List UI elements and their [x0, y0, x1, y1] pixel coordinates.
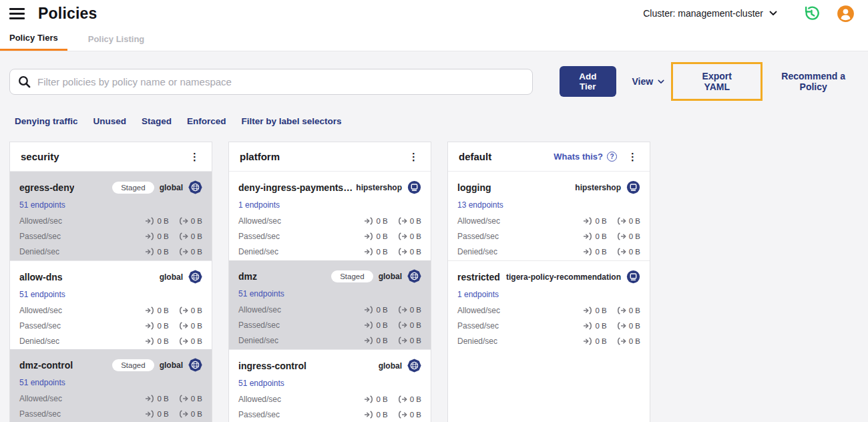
tier-menu-kebab-icon[interactable]: ⋮ [406, 150, 421, 163]
tab-policy-listing[interactable]: Policy Listing [88, 27, 145, 51]
stat-bytes: 0 B [376, 337, 387, 345]
ingress-traffic-icon [583, 248, 592, 256]
globe-icon [188, 270, 202, 284]
stat-label: Allowed/sec [19, 306, 62, 315]
filter-by-label-selectors[interactable]: Filter by label selectors [242, 116, 342, 126]
endpoints-link[interactable]: 51 endpoints [238, 289, 284, 298]
stat-label: Denied/sec [238, 247, 278, 256]
policy-card[interactable]: restrictedtigera-policy-recommendation 1… [448, 260, 650, 349]
hamburger-menu-icon[interactable] [9, 8, 25, 19]
egress-traffic-icon [617, 322, 626, 330]
stat-bytes: 0 B [376, 232, 387, 240]
policy-card[interactable]: dmzStagedglobal 51 endpointsAllowed/sec … [229, 260, 431, 349]
endpoints-link[interactable]: 51 endpoints [238, 379, 284, 388]
egress-traffic-icon [617, 217, 626, 225]
stat-bytes: 0 B [157, 217, 168, 225]
egress-traffic-icon [398, 306, 407, 314]
endpoints-link[interactable]: 1 endpoints [238, 200, 280, 210]
policy-scope-label: hipstershop [356, 183, 402, 192]
filter-unused[interactable]: Unused [93, 116, 127, 126]
cluster-selector[interactable]: Cluster: management-cluster [643, 8, 777, 19]
filter-denying-traffic[interactable]: Denying traffic [15, 116, 78, 126]
whats-this-link[interactable]: Whats this? ? [554, 152, 617, 162]
stat-value: 0 B [145, 232, 168, 240]
endpoints-link[interactable]: 51 endpoints [19, 290, 65, 299]
traffic-stat-row: Allowed/sec 0 B 0 B [457, 216, 640, 226]
help-question-icon: ? [607, 152, 617, 162]
ingress-traffic-icon [364, 248, 373, 256]
stat-bytes: 0 B [157, 322, 168, 330]
stat-label: Denied/sec [19, 247, 59, 256]
history-icon[interactable] [803, 5, 821, 23]
stat-bytes: 0 B [191, 322, 202, 330]
traffic-stats: Allowed/sec 0 B 0 BPassed/sec 0 B 0 BDen… [19, 216, 202, 256]
traffic-stats: Allowed/sec 0 B 0 BPassed/sec 0 B 0 BDen… [19, 306, 202, 346]
policy-card[interactable]: ingress-controlglobal 51 endpointsAllowe… [229, 349, 431, 422]
tier-menu-kebab-icon[interactable]: ⋮ [187, 150, 202, 163]
stat-value: 0 B [398, 411, 421, 419]
ingress-traffic-icon [364, 411, 373, 419]
stat-label: Allowed/sec [457, 216, 500, 226]
stat-value: 0 B [179, 395, 202, 403]
policy-card[interactable]: allow-dnsglobal 51 endpointsAllowed/sec … [10, 260, 212, 349]
stat-value: 0 B [398, 232, 421, 240]
tier-header: platform ⋮ [229, 142, 431, 172]
endpoints-link[interactable]: 13 endpoints [457, 200, 503, 210]
add-tier-button[interactable]: Add Tier [560, 66, 616, 97]
stat-label: Passed/sec [457, 232, 499, 241]
traffic-stat-row: Passed/sec 0 B 0 B [19, 409, 202, 419]
view-dropdown-button[interactable]: View [632, 76, 665, 87]
ingress-traffic-icon [364, 395, 373, 403]
stat-label: Allowed/sec [19, 216, 62, 226]
stat-value: 0 B [179, 306, 202, 314]
tier-columns: security ⋮ egress-denyStagedglobal 51 en… [9, 142, 859, 422]
egress-traffic-icon [398, 232, 407, 240]
stat-value: 0 B [364, 217, 387, 225]
stat-value: 0 B [179, 232, 202, 240]
tier-menu-kebab-icon[interactable]: ⋮ [625, 150, 640, 163]
tab-policy-tiers[interactable]: Policy Tiers [0, 27, 67, 51]
stat-bytes: 0 B [191, 232, 202, 240]
policy-card[interactable]: egress-denyStagedglobal 51 endpointsAllo… [10, 172, 212, 260]
stat-bytes: 0 B [595, 322, 606, 330]
recommend-policy-button[interactable]: Recommend a Policy [768, 71, 859, 92]
filter-staged[interactable]: Staged [142, 116, 172, 126]
egress-traffic-icon [398, 395, 407, 403]
policy-scope-label: tigera-policy-recommendation [506, 272, 621, 282]
stat-bytes: 0 B [595, 337, 606, 345]
stat-value: 0 B [398, 337, 421, 345]
user-avatar-icon[interactable] [837, 5, 855, 23]
traffic-stat-row: Denied/sec 0 B 0 B [238, 336, 421, 345]
stat-value: 0 B [617, 217, 640, 225]
ingress-traffic-icon [145, 217, 154, 225]
ingress-traffic-icon [583, 322, 592, 330]
filter-enforced[interactable]: Enforced [187, 116, 226, 126]
stat-value: 0 B [398, 321, 421, 329]
egress-traffic-icon [179, 410, 188, 418]
search-input[interactable] [37, 76, 524, 87]
stat-label: Denied/sec [457, 247, 497, 256]
endpoints-link[interactable]: 51 endpoints [19, 200, 65, 210]
stat-label: Allowed/sec [238, 395, 281, 404]
traffic-stats: Allowed/sec 0 B 0 BPassed/sec 0 B 0 BDen… [19, 394, 202, 422]
traffic-stats: Allowed/sec 0 B 0 BPassed/sec 0 B 0 BDen… [457, 216, 640, 256]
stat-label: Passed/sec [19, 409, 61, 419]
endpoints-link[interactable]: 51 endpoints [19, 378, 65, 387]
stat-bytes: 0 B [629, 306, 640, 314]
traffic-stat-row: Passed/sec 0 B 0 B [457, 232, 640, 241]
tier-policy-list: egress-denyStagedglobal 51 endpointsAllo… [10, 172, 212, 422]
policy-card[interactable]: logginghipstershop 13 endpointsAllowed/s… [448, 172, 650, 260]
ingress-traffic-icon [145, 395, 154, 403]
export-yaml-button[interactable]: Export YAML [689, 71, 744, 92]
policy-card[interactable]: dmz-controlStagedglobal 51 endpointsAllo… [10, 349, 212, 422]
stat-value: 0 B [179, 410, 202, 418]
staged-badge: Staged [331, 270, 373, 282]
tier-header: default Whats this? ? ⋮ [448, 142, 650, 172]
policy-filter-searchbox[interactable] [9, 69, 533, 95]
policy-card[interactable]: deny-ingress-paymentservi...hipstershop … [229, 172, 431, 260]
traffic-stats: Allowed/sec 0 B 0 BPassed/sec 0 B 0 BDen… [238, 395, 421, 422]
ingress-traffic-icon [364, 217, 373, 225]
traffic-stat-row: Passed/sec 0 B 0 B [238, 410, 421, 419]
endpoints-link[interactable]: 1 endpoints [457, 290, 499, 299]
stat-bytes: 0 B [410, 232, 421, 240]
